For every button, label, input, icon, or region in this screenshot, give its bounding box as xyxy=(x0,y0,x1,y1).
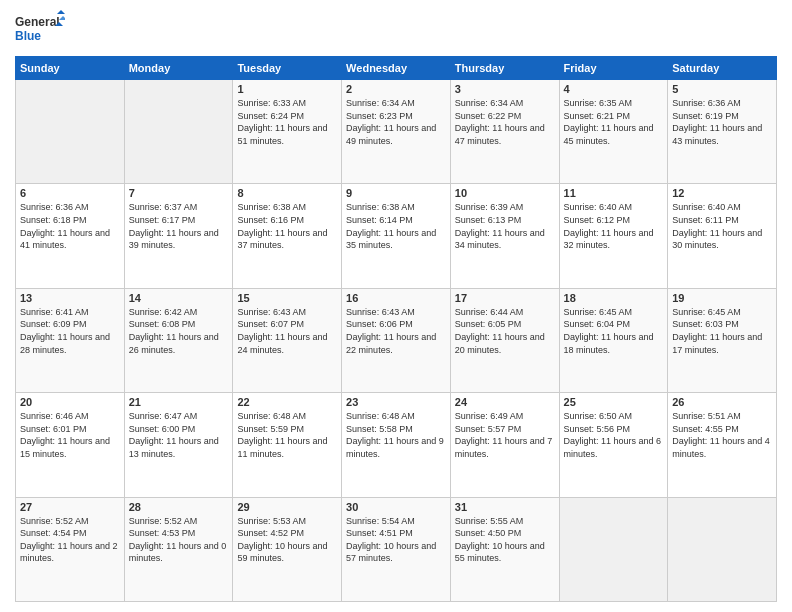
logo: General Blue xyxy=(15,10,65,50)
weekday-header-wednesday: Wednesday xyxy=(342,57,451,80)
calendar-row-1: 6Sunrise: 6:36 AM Sunset: 6:18 PM Daylig… xyxy=(16,184,777,288)
page: General Blue SundayMondayTuesdayWednesda… xyxy=(0,0,792,612)
weekday-header-saturday: Saturday xyxy=(668,57,777,80)
day-info: Sunrise: 5:54 AM Sunset: 4:51 PM Dayligh… xyxy=(346,515,446,565)
day-info: Sunrise: 6:40 AM Sunset: 6:11 PM Dayligh… xyxy=(672,201,772,251)
day-number: 7 xyxy=(129,187,229,199)
svg-text:Blue: Blue xyxy=(15,29,41,43)
weekday-header-thursday: Thursday xyxy=(450,57,559,80)
calendar-cell: 18Sunrise: 6:45 AM Sunset: 6:04 PM Dayli… xyxy=(559,288,668,392)
day-number: 6 xyxy=(20,187,120,199)
day-number: 21 xyxy=(129,396,229,408)
day-info: Sunrise: 6:40 AM Sunset: 6:12 PM Dayligh… xyxy=(564,201,664,251)
weekday-header-tuesday: Tuesday xyxy=(233,57,342,80)
day-info: Sunrise: 5:52 AM Sunset: 4:53 PM Dayligh… xyxy=(129,515,229,565)
calendar-cell: 30Sunrise: 5:54 AM Sunset: 4:51 PM Dayli… xyxy=(342,497,451,601)
day-info: Sunrise: 6:38 AM Sunset: 6:14 PM Dayligh… xyxy=(346,201,446,251)
day-info: Sunrise: 6:48 AM Sunset: 5:59 PM Dayligh… xyxy=(237,410,337,460)
calendar-cell: 10Sunrise: 6:39 AM Sunset: 6:13 PM Dayli… xyxy=(450,184,559,288)
day-info: Sunrise: 6:49 AM Sunset: 5:57 PM Dayligh… xyxy=(455,410,555,460)
day-info: Sunrise: 5:55 AM Sunset: 4:50 PM Dayligh… xyxy=(455,515,555,565)
logo-svg: General Blue xyxy=(15,10,65,50)
calendar-cell: 8Sunrise: 6:38 AM Sunset: 6:16 PM Daylig… xyxy=(233,184,342,288)
calendar-cell: 2Sunrise: 6:34 AM Sunset: 6:23 PM Daylig… xyxy=(342,80,451,184)
day-info: Sunrise: 6:36 AM Sunset: 6:19 PM Dayligh… xyxy=(672,97,772,147)
day-number: 16 xyxy=(346,292,446,304)
day-info: Sunrise: 6:37 AM Sunset: 6:17 PM Dayligh… xyxy=(129,201,229,251)
day-number: 26 xyxy=(672,396,772,408)
day-info: Sunrise: 6:48 AM Sunset: 5:58 PM Dayligh… xyxy=(346,410,446,460)
day-number: 25 xyxy=(564,396,664,408)
calendar-cell xyxy=(668,497,777,601)
svg-marker-3 xyxy=(59,16,65,20)
calendar-cell: 11Sunrise: 6:40 AM Sunset: 6:12 PM Dayli… xyxy=(559,184,668,288)
day-info: Sunrise: 6:45 AM Sunset: 6:03 PM Dayligh… xyxy=(672,306,772,356)
calendar-cell: 1Sunrise: 6:33 AM Sunset: 6:24 PM Daylig… xyxy=(233,80,342,184)
day-number: 1 xyxy=(237,83,337,95)
day-info: Sunrise: 6:36 AM Sunset: 6:18 PM Dayligh… xyxy=(20,201,120,251)
calendar-cell: 23Sunrise: 6:48 AM Sunset: 5:58 PM Dayli… xyxy=(342,393,451,497)
day-info: Sunrise: 6:47 AM Sunset: 6:00 PM Dayligh… xyxy=(129,410,229,460)
day-number: 4 xyxy=(564,83,664,95)
calendar-cell: 20Sunrise: 6:46 AM Sunset: 6:01 PM Dayli… xyxy=(16,393,125,497)
day-info: Sunrise: 6:42 AM Sunset: 6:08 PM Dayligh… xyxy=(129,306,229,356)
header: General Blue xyxy=(15,10,777,50)
calendar-row-4: 27Sunrise: 5:52 AM Sunset: 4:54 PM Dayli… xyxy=(16,497,777,601)
calendar-cell: 13Sunrise: 6:41 AM Sunset: 6:09 PM Dayli… xyxy=(16,288,125,392)
calendar-cell: 22Sunrise: 6:48 AM Sunset: 5:59 PM Dayli… xyxy=(233,393,342,497)
day-number: 17 xyxy=(455,292,555,304)
day-number: 30 xyxy=(346,501,446,513)
day-number: 8 xyxy=(237,187,337,199)
day-number: 15 xyxy=(237,292,337,304)
calendar-row-3: 20Sunrise: 6:46 AM Sunset: 6:01 PM Dayli… xyxy=(16,393,777,497)
calendar-cell xyxy=(124,80,233,184)
calendar-row-2: 13Sunrise: 6:41 AM Sunset: 6:09 PM Dayli… xyxy=(16,288,777,392)
day-info: Sunrise: 6:34 AM Sunset: 6:23 PM Dayligh… xyxy=(346,97,446,147)
calendar-cell: 16Sunrise: 6:43 AM Sunset: 6:06 PM Dayli… xyxy=(342,288,451,392)
day-info: Sunrise: 6:43 AM Sunset: 6:07 PM Dayligh… xyxy=(237,306,337,356)
day-info: Sunrise: 5:53 AM Sunset: 4:52 PM Dayligh… xyxy=(237,515,337,565)
calendar-row-0: 1Sunrise: 6:33 AM Sunset: 6:24 PM Daylig… xyxy=(16,80,777,184)
day-info: Sunrise: 6:44 AM Sunset: 6:05 PM Dayligh… xyxy=(455,306,555,356)
calendar-cell: 5Sunrise: 6:36 AM Sunset: 6:19 PM Daylig… xyxy=(668,80,777,184)
calendar-cell: 26Sunrise: 5:51 AM Sunset: 4:55 PM Dayli… xyxy=(668,393,777,497)
calendar-cell: 25Sunrise: 6:50 AM Sunset: 5:56 PM Dayli… xyxy=(559,393,668,497)
day-info: Sunrise: 6:45 AM Sunset: 6:04 PM Dayligh… xyxy=(564,306,664,356)
calendar-cell: 15Sunrise: 6:43 AM Sunset: 6:07 PM Dayli… xyxy=(233,288,342,392)
weekday-header-friday: Friday xyxy=(559,57,668,80)
day-info: Sunrise: 6:50 AM Sunset: 5:56 PM Dayligh… xyxy=(564,410,664,460)
day-number: 31 xyxy=(455,501,555,513)
calendar-cell xyxy=(559,497,668,601)
header-row: SundayMondayTuesdayWednesdayThursdayFrid… xyxy=(16,57,777,80)
day-number: 3 xyxy=(455,83,555,95)
day-info: Sunrise: 5:51 AM Sunset: 4:55 PM Dayligh… xyxy=(672,410,772,460)
calendar-cell: 29Sunrise: 5:53 AM Sunset: 4:52 PM Dayli… xyxy=(233,497,342,601)
weekday-header-sunday: Sunday xyxy=(16,57,125,80)
svg-text:General: General xyxy=(15,15,60,29)
day-number: 28 xyxy=(129,501,229,513)
day-number: 22 xyxy=(237,396,337,408)
day-info: Sunrise: 6:35 AM Sunset: 6:21 PM Dayligh… xyxy=(564,97,664,147)
calendar-cell: 6Sunrise: 6:36 AM Sunset: 6:18 PM Daylig… xyxy=(16,184,125,288)
calendar-cell: 19Sunrise: 6:45 AM Sunset: 6:03 PM Dayli… xyxy=(668,288,777,392)
day-number: 19 xyxy=(672,292,772,304)
day-number: 29 xyxy=(237,501,337,513)
calendar-body: 1Sunrise: 6:33 AM Sunset: 6:24 PM Daylig… xyxy=(16,80,777,602)
calendar-cell: 12Sunrise: 6:40 AM Sunset: 6:11 PM Dayli… xyxy=(668,184,777,288)
day-info: Sunrise: 6:39 AM Sunset: 6:13 PM Dayligh… xyxy=(455,201,555,251)
svg-marker-2 xyxy=(57,10,65,14)
day-number: 10 xyxy=(455,187,555,199)
day-info: Sunrise: 6:46 AM Sunset: 6:01 PM Dayligh… xyxy=(20,410,120,460)
calendar-cell xyxy=(16,80,125,184)
day-number: 12 xyxy=(672,187,772,199)
calendar-cell: 28Sunrise: 5:52 AM Sunset: 4:53 PM Dayli… xyxy=(124,497,233,601)
calendar-cell: 3Sunrise: 6:34 AM Sunset: 6:22 PM Daylig… xyxy=(450,80,559,184)
calendar-cell: 21Sunrise: 6:47 AM Sunset: 6:00 PM Dayli… xyxy=(124,393,233,497)
calendar-cell: 24Sunrise: 6:49 AM Sunset: 5:57 PM Dayli… xyxy=(450,393,559,497)
day-number: 23 xyxy=(346,396,446,408)
weekday-header-monday: Monday xyxy=(124,57,233,80)
day-number: 27 xyxy=(20,501,120,513)
day-info: Sunrise: 6:33 AM Sunset: 6:24 PM Dayligh… xyxy=(237,97,337,147)
day-info: Sunrise: 6:43 AM Sunset: 6:06 PM Dayligh… xyxy=(346,306,446,356)
day-number: 11 xyxy=(564,187,664,199)
